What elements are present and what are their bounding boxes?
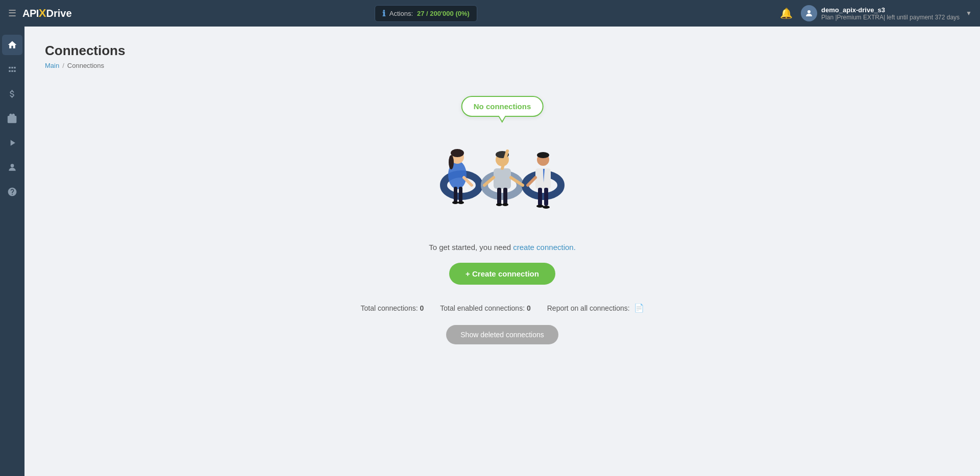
svg-rect-24 bbox=[535, 168, 551, 189]
nav-center: ℹ Actions: 27 / 200'000 (0%) bbox=[72, 5, 780, 22]
info-icon: ℹ bbox=[382, 9, 385, 18]
svg-point-20 bbox=[496, 203, 502, 206]
svg-point-30 bbox=[536, 205, 544, 208]
show-deleted-connections-button[interactable]: Show deleted connections bbox=[446, 325, 558, 344]
svg-point-12 bbox=[458, 201, 464, 204]
svg-rect-28 bbox=[538, 188, 542, 206]
total-enabled-connections: Total enabled connections: 0 bbox=[440, 304, 530, 312]
breadcrumb-main-link[interactable]: Main bbox=[45, 62, 59, 69]
logo[interactable]: API X Drive bbox=[22, 7, 72, 20]
stats-row: Total connections: 0 Total enabled conne… bbox=[360, 303, 644, 313]
breadcrumb-current: Connections bbox=[67, 62, 104, 69]
body-wrap: Connections Main / Connections No connec… bbox=[0, 27, 980, 476]
sidebar-item-billing[interactable] bbox=[2, 84, 22, 104]
actions-badge[interactable]: ℹ Actions: 27 / 200'000 (0%) bbox=[375, 5, 477, 22]
logo-api: API bbox=[22, 8, 39, 19]
empty-state-section: No connections bbox=[45, 86, 960, 355]
actions-count: 27 / 200'000 (0%) bbox=[417, 10, 470, 17]
sidebar-item-profile[interactable] bbox=[2, 157, 22, 178]
svg-point-21 bbox=[502, 203, 508, 206]
logo-drive: Drive bbox=[46, 8, 72, 19]
sidebar-item-connections[interactable] bbox=[2, 59, 22, 80]
breadcrumb: Main / Connections bbox=[45, 62, 960, 69]
svg-rect-10 bbox=[459, 187, 462, 202]
svg-point-31 bbox=[543, 206, 550, 209]
total-connections-val: 0 bbox=[420, 304, 424, 312]
create-connection-button[interactable]: + Create connection bbox=[449, 263, 555, 285]
total-enabled-val: 0 bbox=[527, 304, 531, 312]
svg-point-8 bbox=[449, 155, 454, 169]
actions-label: Actions: bbox=[389, 10, 413, 17]
sidebar bbox=[0, 27, 24, 476]
svg-rect-19 bbox=[503, 188, 507, 204]
nav-right: 🔔 demo_apix-drive_s3 Plan |Premium EXTRA… bbox=[780, 5, 972, 21]
chevron-down-icon: ▼ bbox=[966, 10, 972, 17]
illustration: No connections bbox=[415, 96, 589, 229]
no-connections-cloud: No connections bbox=[461, 96, 544, 117]
user-plan: Plan |Premium EXTRA| left until payment … bbox=[821, 14, 960, 21]
sidebar-item-help[interactable] bbox=[2, 182, 22, 202]
main-content: Connections Main / Connections No connec… bbox=[24, 27, 980, 476]
user-section[interactable]: demo_apix-drive_s3 Plan |Premium EXTRA| … bbox=[801, 5, 972, 21]
sidebar-item-tools[interactable] bbox=[2, 108, 22, 129]
user-info: demo_apix-drive_s3 Plan |Premium EXTRA| … bbox=[821, 6, 960, 21]
total-enabled-label: Total enabled connections: bbox=[440, 304, 525, 312]
total-connections-label: Total connections: bbox=[360, 304, 418, 312]
top-navigation: ☰ API X Drive ℹ Actions: 27 / 200'000 (0… bbox=[0, 0, 980, 27]
svg-rect-14 bbox=[494, 168, 511, 189]
sidebar-item-home[interactable] bbox=[2, 35, 22, 55]
report-label: Report on all connections: bbox=[547, 304, 630, 312]
nav-left: ☰ API X Drive bbox=[8, 7, 72, 20]
sidebar-item-media[interactable] bbox=[2, 133, 22, 153]
report-icon[interactable]: 📄 bbox=[634, 304, 644, 312]
tagline-create-link[interactable]: create connection. bbox=[513, 243, 576, 252]
total-connections: Total connections: 0 bbox=[360, 304, 424, 312]
logo-x: X bbox=[39, 7, 46, 20]
breadcrumb-separator: / bbox=[62, 62, 64, 69]
svg-point-11 bbox=[452, 201, 458, 204]
report-section: Report on all connections: 📄 bbox=[547, 303, 644, 313]
svg-point-0 bbox=[807, 10, 811, 13]
people-chain-illustration bbox=[421, 127, 584, 229]
svg-rect-29 bbox=[544, 188, 548, 206]
hamburger-menu[interactable]: ☰ bbox=[8, 8, 16, 19]
notification-bell-icon[interactable]: 🔔 bbox=[780, 7, 793, 19]
tagline: To get started, you need create connecti… bbox=[429, 243, 576, 252]
svg-rect-9 bbox=[454, 187, 457, 202]
svg-point-1 bbox=[11, 164, 14, 167]
user-name: demo_apix-drive_s3 bbox=[821, 6, 960, 14]
svg-point-7 bbox=[451, 149, 464, 157]
svg-rect-18 bbox=[497, 188, 501, 204]
tagline-prefix: To get started, you need bbox=[429, 243, 513, 252]
avatar bbox=[801, 5, 817, 21]
svg-point-27 bbox=[537, 152, 549, 158]
page-title: Connections bbox=[45, 43, 960, 59]
